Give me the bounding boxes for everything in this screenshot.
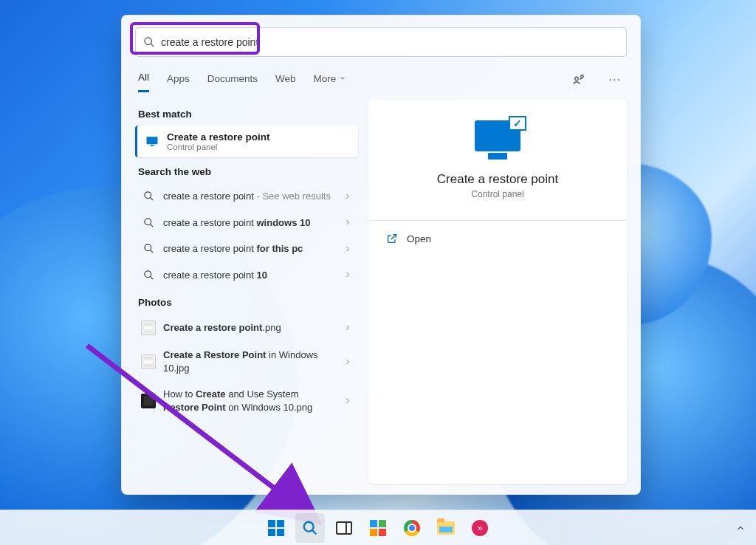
app-icon: » [472,520,488,536]
svg-point-2 [574,77,578,80]
show-hidden-icons[interactable] [735,523,746,533]
photo-result-text: How to Create and Use System Restore Poi… [163,388,336,414]
best-match-result[interactable]: Create a restore point Control panel [135,126,358,157]
web-result-text: create a restore point 10 [163,269,336,282]
search-icon [141,270,156,281]
svg-point-15 [304,521,314,531]
start-button[interactable] [261,513,291,543]
section-photos: Photos [135,288,358,314]
best-match-title: Create a restore point [167,131,270,143]
best-match-subtitle: Control panel [167,143,270,151]
tab-more-label: More [314,73,337,84]
open-label: Open [407,233,431,244]
svg-line-1 [151,44,154,47]
search-box[interactable] [135,27,627,57]
photo-result-text: Create a restore point.png [163,321,336,335]
preview-subtitle: Control panel [471,189,523,199]
search-icon [302,520,318,536]
image-thumb-icon [141,321,156,335]
chevron-right-icon [343,323,352,332]
web-result[interactable]: create a restore point 10 [135,262,358,289]
folder-icon [437,521,455,535]
web-result[interactable]: create a restore point - See web results [135,183,358,210]
more-options-button[interactable]: ··· [606,70,624,89]
svg-line-11 [150,250,152,253]
svg-line-7 [150,198,152,200]
chevron-right-icon [343,397,352,405]
web-result[interactable]: create a restore point for this pc [135,236,358,262]
search-input[interactable] [161,36,619,48]
desktop: All Apps Documents Web More ··· Best mat… [0,0,756,545]
tab-documents[interactable]: Documents [207,69,258,92]
chrome-button[interactable] [397,513,427,543]
open-external-icon [386,233,398,244]
results-column: Best match Create a restore point Contro… [135,100,358,484]
tab-more[interactable]: More [314,69,347,92]
taskbar-search-button[interactable] [295,513,325,543]
windows-logo-icon [268,520,284,536]
app-button[interactable]: » [465,513,495,543]
chevron-right-icon [343,192,352,201]
svg-point-6 [144,192,151,199]
open-action[interactable]: Open [385,225,611,252]
svg-point-8 [144,219,151,225]
svg-rect-5 [151,145,154,146]
photo-result[interactable]: How to Create and Use System Restore Poi… [135,381,358,420]
photo-result[interactable]: Create a Restore Point in Windows 10.jpg [135,342,358,381]
photo-result[interactable]: Create a restore point.png [135,314,358,342]
chevron-up-icon [735,523,746,533]
preview-title: Create a restore point [437,172,558,187]
svg-line-13 [150,277,152,279]
svg-point-12 [144,271,151,278]
section-best-match: Best match [135,100,358,126]
svg-point-3 [580,75,583,78]
svg-line-9 [150,224,152,227]
search-icon [141,191,156,202]
feedback-icon[interactable] [569,70,588,89]
tab-apps[interactable]: Apps [167,69,190,92]
taskbar: » [0,510,756,545]
chevron-down-icon [339,75,346,82]
web-result-text: create a restore point windows 10 [163,216,336,230]
chevron-right-icon [343,244,352,253]
image-thumb-icon [141,394,156,408]
chevron-right-icon [343,357,352,366]
search-flyout: All Apps Documents Web More ··· Best mat… [121,15,641,495]
image-thumb-icon [141,354,156,369]
chevron-right-icon [343,218,352,227]
search-icon [141,217,156,228]
svg-point-10 [144,244,151,251]
chrome-icon [404,520,420,536]
web-result-text: create a restore point for this pc [163,242,336,256]
task-view-icon [336,521,352,535]
scope-tabs: All Apps Documents Web More ··· [122,63,640,92]
system-icon [145,134,159,149]
web-result[interactable]: create a restore point windows 10 [135,210,358,236]
svg-rect-4 [147,137,158,144]
tab-web[interactable]: Web [275,69,296,92]
widgets-button[interactable] [363,513,393,543]
svg-line-16 [312,529,316,533]
file-explorer-button[interactable] [431,513,461,543]
search-icon [143,36,155,48]
divider [368,220,627,221]
chevron-right-icon [343,270,352,279]
svg-point-0 [145,38,151,44]
widgets-icon [370,520,386,536]
tab-all[interactable]: All [138,67,149,92]
section-search-web: Search the web [135,157,358,183]
preview-pane: ✓ Create a restore point Control panel O… [368,100,627,484]
photo-result-text: Create a Restore Point in Windows 10.jpg [163,349,336,374]
task-view-button[interactable] [329,513,359,543]
web-result-text: create a restore point - See web results [163,190,336,203]
system-properties-icon: ✓ [475,120,520,151]
search-icon [141,243,156,254]
